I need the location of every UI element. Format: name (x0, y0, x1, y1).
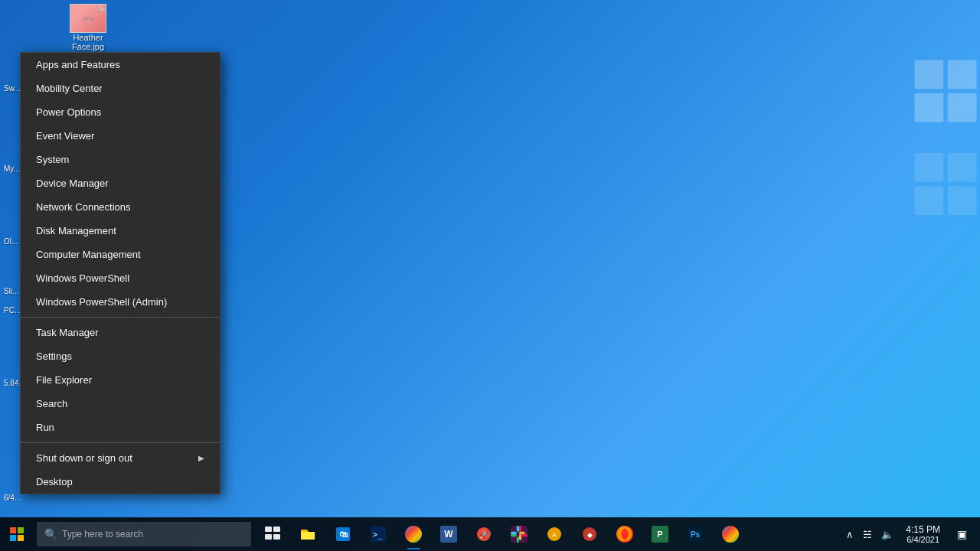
svg-rect-5 (948, 153, 977, 182)
file-explorer-button[interactable] (291, 517, 325, 551)
chrome2-icon (722, 526, 739, 543)
photoshop-button[interactable]: Ps (678, 517, 712, 551)
svg-rect-1 (948, 60, 977, 90)
menu-item-mobility-center[interactable]: Mobility Center (21, 77, 220, 100)
svg-rect-11 (18, 535, 24, 541)
side-label-5: PC... (4, 306, 21, 315)
svg-rect-8 (10, 527, 16, 533)
svg-rect-15 (273, 534, 280, 540)
svg-rect-10 (10, 535, 16, 541)
svg-text:>_: >_ (373, 530, 383, 540)
terminal-button[interactable]: >_ (361, 517, 395, 551)
heather-thumbnail: JPG (70, 4, 106, 33)
clock-time: 4:15 PM (906, 524, 940, 535)
menu-item-shut-down[interactable]: Shut down or sign out ▶ (21, 446, 220, 470)
svg-rect-12 (265, 527, 272, 532)
menu-item-event-viewer[interactable]: Event Viewer (21, 124, 220, 148)
side-label-2: My... (4, 165, 20, 173)
menu-item-computer-management[interactable]: Computer Management (21, 243, 220, 266)
svg-text:A: A (552, 531, 557, 539)
windows-watermark (911, 46, 980, 260)
start-button[interactable] (0, 517, 34, 551)
microsoft-store-button[interactable]: 🛍 (326, 517, 360, 551)
menu-item-apps-features[interactable]: Apps and Features (21, 53, 220, 77)
system-tray: ∧ ☵ 🔈 4:15 PM 6/4/2021 ▣ (843, 517, 980, 551)
svg-rect-3 (948, 93, 977, 122)
firefox-button[interactable] (608, 517, 642, 551)
svg-rect-0 (915, 60, 944, 90)
svg-rect-24 (519, 532, 525, 534)
menu-item-settings[interactable]: Settings (21, 344, 220, 368)
slack-icon (511, 526, 528, 543)
taskbar-search-input[interactable] (62, 529, 230, 540)
menu-item-windows-powershell-admin[interactable]: Windows PowerShell (Admin) (21, 290, 220, 314)
svg-rect-2 (915, 93, 944, 122)
chrome2-button[interactable] (714, 517, 747, 551)
system-clock[interactable]: 4:15 PM 6/4/2021 (900, 524, 946, 544)
taskbar-icons-group: 🛍 >_ W 🚀 (256, 517, 747, 551)
svg-rect-9 (18, 527, 24, 533)
side-label-3: Ol... (4, 237, 18, 246)
svg-rect-7 (948, 186, 977, 215)
publisher-icon: P (652, 526, 668, 543)
search-icon: 🔍 (44, 528, 57, 540)
menu-item-system[interactable]: System (21, 148, 220, 171)
separator-2 (21, 442, 220, 443)
menu-item-network-connections[interactable]: Network Connections (21, 195, 220, 219)
separator-1 (21, 317, 220, 318)
side-label-7: 6/4... (4, 494, 21, 502)
clock-date: 6/4/2021 (906, 535, 940, 544)
taskbar: 🔍 🛍 (0, 517, 980, 551)
menu-item-windows-powershell[interactable]: Windows PowerShell (21, 266, 220, 290)
chrome-button[interactable] (397, 517, 430, 551)
word-button[interactable]: W (432, 517, 466, 551)
chrome-icon (405, 526, 422, 543)
svg-text:◆: ◆ (587, 531, 593, 539)
svg-rect-14 (265, 534, 272, 540)
menu-item-device-manager[interactable]: Device Manager (21, 171, 220, 195)
task-view-button[interactable] (256, 517, 289, 551)
menu-item-run[interactable]: Run (21, 416, 220, 439)
menu-item-search[interactable]: Search (21, 392, 220, 416)
notification-center-button[interactable]: ▣ (949, 517, 974, 551)
firefox-icon (616, 526, 633, 543)
svg-rect-13 (273, 527, 280, 532)
taskbar-search[interactable]: 🔍 (37, 522, 251, 546)
chevron-right-icon: ▶ (198, 454, 204, 462)
menu-item-task-manager[interactable]: Task Manager (21, 321, 220, 344)
slack-button[interactable] (502, 517, 536, 551)
svg-rect-4 (915, 153, 944, 182)
svg-rect-6 (915, 186, 944, 215)
menu-item-disk-management[interactable]: Disk Management (21, 219, 220, 243)
svg-rect-29 (521, 534, 528, 536)
svg-rect-23 (517, 526, 519, 532)
photoshop-icon: Ps (687, 526, 704, 543)
heather-face-icon[interactable]: JPG Heather Face.jpg (61, 4, 115, 51)
context-menu: Apps and Features Mobility Center Power … (20, 52, 220, 494)
svg-text:🛍: 🛍 (339, 530, 348, 539)
svg-rect-26 (511, 534, 517, 536)
app8-button[interactable]: A (537, 517, 571, 551)
svg-rect-25 (519, 534, 521, 540)
heather-icon-label: Heather Face.jpg (61, 33, 115, 51)
svg-rect-22 (511, 532, 517, 534)
menu-item-power-options[interactable]: Power Options (21, 100, 220, 124)
app9-button[interactable]: ◆ (573, 517, 606, 551)
rocket-button[interactable]: 🚀 (467, 517, 501, 551)
chevron-up-icon[interactable]: ∧ (843, 529, 857, 540)
active-indicator (407, 548, 420, 549)
side-label-1: Sw... (4, 84, 21, 93)
volume-icon[interactable]: 🔈 (878, 529, 897, 540)
svg-rect-27 (517, 536, 519, 543)
menu-item-file-explorer[interactable]: File Explorer (21, 368, 220, 392)
word-icon: W (440, 526, 457, 543)
side-label-4: Sli... (4, 287, 18, 295)
network-icon[interactable]: ☵ (860, 529, 875, 540)
svg-text:🚀: 🚀 (479, 530, 489, 540)
menu-item-desktop[interactable]: Desktop (21, 470, 220, 494)
svg-rect-28 (519, 526, 521, 532)
publisher-button[interactable]: P (643, 517, 677, 551)
